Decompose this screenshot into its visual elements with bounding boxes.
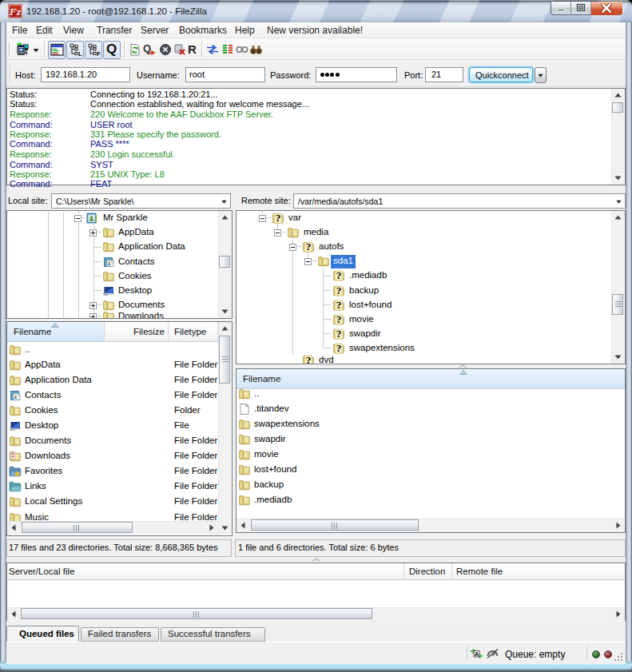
- svg-text:L: L: [78, 50, 82, 58]
- svg-text:A: A: [475, 650, 479, 658]
- svg-text:F: F: [97, 50, 101, 58]
